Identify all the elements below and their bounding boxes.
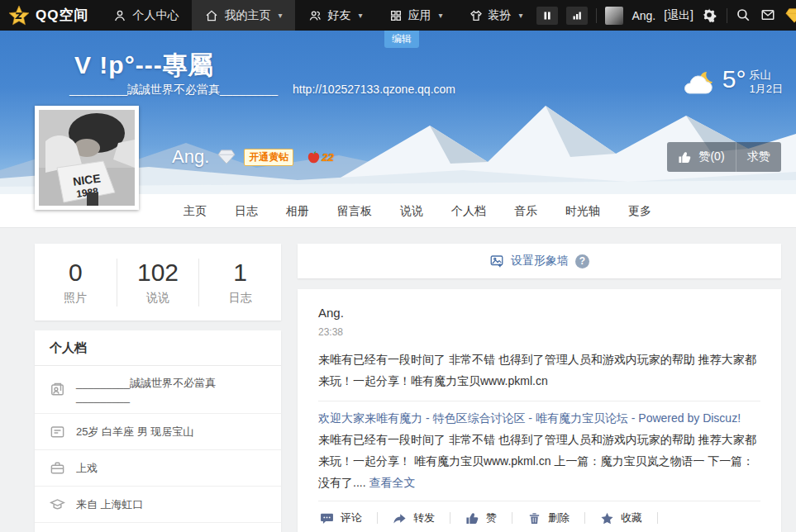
weather-widget[interactable]: 5° 乐山 1月2日 <box>679 65 783 98</box>
divider <box>584 512 585 524</box>
divider <box>512 512 512 524</box>
stat-shuoshuo[interactable]: 102 说说 <box>117 259 199 306</box>
stat-label: 说说 <box>117 291 199 306</box>
action-label: 评论 <box>341 511 362 525</box>
topbar-user-name[interactable]: Ang. <box>632 9 655 22</box>
tab-more[interactable]: 更多 <box>614 194 665 227</box>
tab-music[interactable]: 音乐 <box>500 194 551 227</box>
like-post-button[interactable]: 赞 <box>464 511 498 525</box>
grid-icon <box>389 9 403 22</box>
action-label: 转发 <box>413 511 435 525</box>
open-yellow-diamond-button[interactable]: 开通黄钻 <box>244 149 293 166</box>
profile-item-basic-info: 25岁 白羊座 男 现居宝山 <box>35 414 281 450</box>
post-content: 来唯有已经有一段时间了 非常不错 也得到了管理人员和游戏内玩家的帮助 推荐大家都… <box>318 349 760 392</box>
nav-label: 个人中心 <box>132 8 179 23</box>
tab-personal-profile[interactable]: 个人档 <box>437 194 500 227</box>
visitor-stats-button[interactable] <box>566 7 588 25</box>
tab-home[interactable]: 主页 <box>169 194 221 227</box>
post-shared-link[interactable]: 欢迎大家来唯有魔力 - 特色区综合讨论区 - 唯有魔力宝贝论坛 - Powere… <box>318 407 760 429</box>
divider <box>318 401 760 401</box>
nav-decorate[interactable]: 装扮 ▾ <box>456 0 536 31</box>
tab-message-board[interactable]: 留言板 <box>323 194 386 227</box>
space-title: V !p°---專屬 <box>74 49 214 83</box>
person-card-icon <box>50 382 65 397</box>
profile-item-work: 上戏 <box>35 450 281 487</box>
delete-post-button[interactable]: 删除 <box>526 511 571 525</box>
nav-friends[interactable]: 好友 ▾ <box>295 0 375 31</box>
like-button-group: 赞(0) 求赞 <box>667 142 781 172</box>
stat-blogs[interactable]: 1 日志 <box>199 259 281 306</box>
weather-date: 1月2日 <box>750 82 783 96</box>
topbar-right: Ang. [退出] <box>536 0 796 31</box>
profile-photo-image: NICE 1988 <box>39 110 135 206</box>
stat-photos[interactable]: 0 照片 <box>35 259 117 306</box>
like-button[interactable]: 赞(0) <box>667 142 736 172</box>
trash-icon <box>527 511 541 525</box>
help-question-icon[interactable]: ? <box>575 254 589 268</box>
search-icon <box>736 7 751 22</box>
logout-link[interactable]: [退出] <box>664 8 694 23</box>
weather-temp: 5° <box>722 65 746 93</box>
graduation-cap-icon <box>50 496 65 512</box>
tab-shuoshuo[interactable]: 说说 <box>386 194 437 227</box>
space-subtitle: _________誠誠世界不必當真_________ http://102527… <box>69 83 455 97</box>
nav-personal-center[interactable]: 个人中心 <box>100 0 192 31</box>
ask-like-label: 求赞 <box>747 150 770 164</box>
qzone-star-icon <box>8 5 30 26</box>
ask-like-button[interactable]: 求赞 <box>736 142 781 172</box>
profile-item-text: 25岁 白羊座 男 现居宝山 <box>76 425 193 439</box>
search-button[interactable] <box>736 7 752 24</box>
level-number: 22 <box>322 151 333 164</box>
favorite-post-button[interactable]: 收藏 <box>598 511 644 525</box>
apple-icon <box>307 150 321 164</box>
set-image-wall-button[interactable]: 设置形象墙 <box>489 254 569 268</box>
weather-city: 乐山 <box>750 68 783 82</box>
qzone-logo[interactable]: QQ空间 <box>0 0 100 31</box>
image-wall-panel: 设置形象墙 ? <box>298 244 781 278</box>
chevron-down-icon: ▾ <box>358 11 362 20</box>
people-icon <box>308 9 322 22</box>
profile-item-text: _________誠誠世界不必當真_________ <box>76 376 266 403</box>
stats-panel: 0 照片 102 说说 1 日志 <box>35 244 281 321</box>
tab-timeline[interactable]: 时光轴 <box>551 194 614 227</box>
bar-chart-icon <box>572 11 582 21</box>
gear-icon <box>702 7 717 22</box>
shirt-icon <box>469 9 483 22</box>
settings-button[interactable] <box>702 7 718 24</box>
thumb-up-icon <box>678 150 692 164</box>
divider <box>727 8 727 23</box>
profile-photo[interactable]: NICE 1988 <box>35 106 139 210</box>
stat-value: 102 <box>117 259 199 286</box>
level-badge[interactable]: 22 <box>307 150 333 164</box>
home-icon <box>205 9 218 22</box>
read-full-link[interactable]: 查看全文 <box>369 476 415 489</box>
nav-my-homepage[interactable]: 我的主页 ▾ <box>192 0 295 31</box>
chevron-down-icon: ▾ <box>519 11 523 20</box>
topbar-avatar[interactable] <box>605 7 623 25</box>
post-action-bar: 评论 转发 赞 删除 收藏 <box>318 501 760 532</box>
yellow-diamond-icon[interactable] <box>785 7 796 24</box>
share-button[interactable]: 转发 <box>391 511 436 525</box>
mail-button[interactable] <box>760 7 777 24</box>
profile-item-hometown: 来自 上海虹口 <box>35 487 281 523</box>
profile-panel-title: 个人档 <box>35 330 281 366</box>
comment-button[interactable]: 评论 <box>318 511 364 525</box>
music-pause-button[interactable] <box>536 7 558 25</box>
chevron-down-icon: ▾ <box>278 11 282 20</box>
post-author[interactable]: Ang. <box>318 306 760 320</box>
edit-cover-button[interactable]: 编辑 <box>384 31 419 48</box>
cloud-moon-icon <box>679 69 719 98</box>
nav-apps[interactable]: 应用 ▾ <box>376 0 456 31</box>
divider <box>450 512 450 524</box>
mail-icon <box>760 7 775 22</box>
post-timestamp: 23:38 <box>318 326 760 338</box>
tab-blog[interactable]: 日志 <box>221 194 272 227</box>
action-label: 赞 <box>486 511 497 525</box>
star-icon <box>600 511 614 525</box>
post-card: Ang. 23:38 来唯有已经有一段时间了 非常不错 也得到了管理人员和游戏内… <box>298 289 781 532</box>
id-card-icon <box>50 424 65 439</box>
profile-item-signature: _________誠誠世界不必當真_________ <box>35 366 281 414</box>
nav-label: 应用 <box>408 8 431 23</box>
share-icon <box>393 511 407 525</box>
tab-albums[interactable]: 相册 <box>272 194 323 227</box>
